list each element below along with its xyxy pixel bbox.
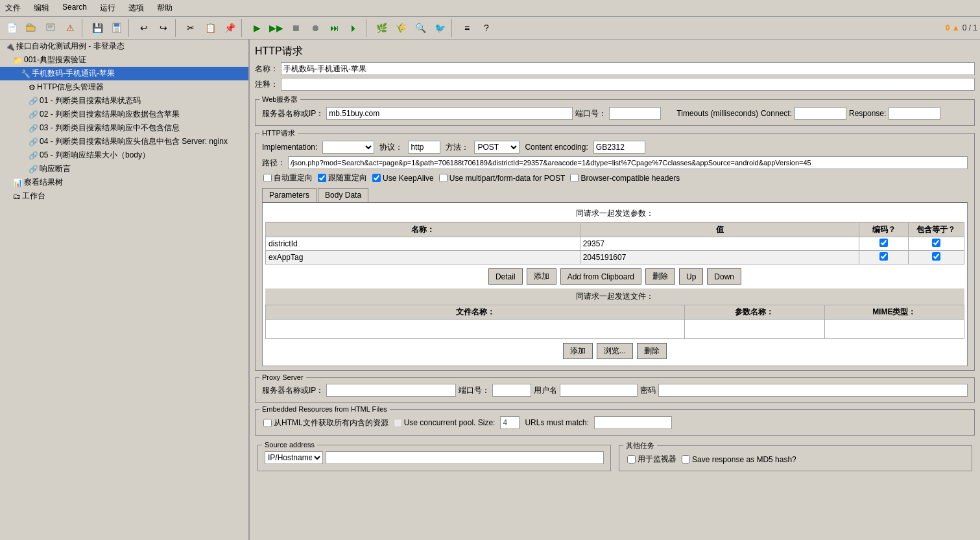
- tree-item-t05[interactable]: 🔗 05 - 判断响应结果大小（body）: [0, 148, 248, 162]
- keepalive-checkbox-label[interactable]: Use KeepAlive: [372, 174, 434, 183]
- add-clipboard-button[interactable]: Add from Clipboard: [560, 268, 641, 285]
- remote-button[interactable]: ⏵: [345, 19, 363, 37]
- monitor-checkbox[interactable]: [627, 455, 636, 464]
- tree-item-resp[interactable]: 🔗 响应断言: [0, 162, 248, 176]
- tree-item-root[interactable]: 🔌 接口自动化测试用例 - 非登录态: [0, 40, 248, 53]
- response-input[interactable]: [889, 107, 940, 120]
- play-button[interactable]: ▶: [248, 19, 266, 37]
- undo-button[interactable]: ↩: [135, 19, 153, 37]
- proxy-section: Proxy Server 服务器名称或IP： 端口号： 用户名 密码: [255, 373, 975, 403]
- md5-checkbox[interactable]: [682, 455, 690, 464]
- proxy-pass-input[interactable]: [658, 384, 968, 397]
- urls-match-input[interactable]: [594, 416, 672, 429]
- save-button[interactable]: 💾: [88, 19, 106, 37]
- keepalive-checkbox[interactable]: [372, 174, 381, 182]
- add-button[interactable]: 添加: [527, 268, 556, 285]
- proxy-user-input[interactable]: [560, 384, 638, 397]
- saveas-button[interactable]: [108, 19, 126, 37]
- protocol-label: 协议：: [379, 142, 403, 153]
- total-count: 0 / 1: [962, 23, 977, 32]
- tree-item-t04[interactable]: 🔗 04 - 判断类目搜索结果响应头信息中包含 Server: nginx: [0, 135, 248, 148]
- browser-checkbox-label[interactable]: Browser-compatible headers: [570, 174, 680, 183]
- embedded-checkbox[interactable]: [263, 419, 272, 427]
- stop2-button[interactable]: ⏺: [306, 19, 324, 37]
- encoding-input[interactable]: [593, 141, 645, 154]
- new-button[interactable]: 📄: [3, 19, 21, 37]
- param-include-cell[interactable]: [908, 251, 964, 264]
- list-button[interactable]: ≡: [458, 19, 476, 37]
- tree-item-workbench[interactable]: 🗂 工作台: [0, 189, 248, 203]
- embedded-check-label[interactable]: 从HTML文件获取所有内含的资源: [263, 417, 388, 428]
- menu-options[interactable]: 选项: [126, 1, 147, 15]
- play-all-button[interactable]: ▶▶: [267, 19, 285, 37]
- tree-item-001[interactable]: 📁 001-典型搜索验证: [0, 53, 248, 67]
- open-button[interactable]: [22, 19, 40, 37]
- wrench-icon: 🔧: [21, 69, 30, 78]
- method-select[interactable]: POST GET: [474, 141, 520, 154]
- tool3-button[interactable]: 🔍: [411, 19, 429, 37]
- tab-body[interactable]: Body Data: [318, 188, 368, 202]
- monitor-check-label[interactable]: 用于监视器: [627, 454, 676, 465]
- tree-item-mobile-label: 手机数码-手机通讯-苹果: [32, 68, 115, 79]
- browser-checkbox[interactable]: [570, 174, 579, 182]
- delete-button[interactable]: 删除: [645, 268, 675, 285]
- help-button[interactable]: ?: [477, 19, 496, 37]
- impl-select[interactable]: [322, 141, 374, 154]
- follow-checkbox[interactable]: [318, 174, 326, 182]
- warning-button[interactable]: ⚠: [61, 19, 79, 37]
- md5-check-label[interactable]: Save response as MD5 hash?: [682, 455, 796, 464]
- menu-run[interactable]: 运行: [97, 1, 118, 15]
- follow-checkbox-label[interactable]: 跟随重定向: [318, 172, 367, 183]
- add-file-button[interactable]: 添加: [563, 343, 593, 359]
- paste-button[interactable]: 📌: [221, 19, 239, 37]
- proxy-server-input[interactable]: [326, 384, 456, 397]
- tree-item-t02[interactable]: 🔗 02 - 判断类目搜索结果响应数据包含苹果: [0, 108, 248, 121]
- cut-button[interactable]: ✂: [182, 19, 200, 37]
- param-include-cell[interactable]: [908, 237, 964, 251]
- name-input[interactable]: [281, 62, 975, 75]
- proxy-port-input[interactable]: [492, 384, 531, 397]
- copy-button[interactable]: 📋: [201, 19, 219, 37]
- concurrent-checkbox[interactable]: [394, 419, 402, 427]
- tool1-button[interactable]: 🌿: [372, 19, 390, 37]
- param-encoded-cell[interactable]: [859, 251, 908, 264]
- tool4-button[interactable]: 🐦: [431, 19, 449, 37]
- tree-item-t01[interactable]: 🔗 01 - 判断类目搜索结果状态码: [0, 94, 248, 108]
- col-encoded-header: 编码？: [859, 223, 908, 237]
- port-input[interactable]: [609, 107, 661, 120]
- protocol-input[interactable]: [408, 141, 440, 154]
- delete-file-button[interactable]: 删除: [637, 343, 667, 359]
- step-button[interactable]: ⏭: [326, 19, 344, 37]
- up-button[interactable]: Up: [679, 268, 703, 285]
- concurrent-size-input[interactable]: [500, 416, 520, 429]
- server-input[interactable]: [326, 107, 573, 120]
- tree-item-mobile[interactable]: 🔧 手机数码-手机通讯-苹果: [0, 67, 248, 80]
- source-input[interactable]: [326, 451, 604, 464]
- redirect-checkbox[interactable]: [263, 174, 272, 182]
- path-input[interactable]: [288, 156, 968, 169]
- menu-edit[interactable]: 编辑: [31, 1, 52, 15]
- source-type-select[interactable]: IP/Hostname: [265, 451, 323, 464]
- tool2-button[interactable]: 🌾: [392, 19, 410, 37]
- close-button[interactable]: [42, 19, 60, 37]
- tree-item-http-mgr[interactable]: ⚙ HTTP信息头管理器: [0, 80, 248, 94]
- multipart-checkbox-label[interactable]: Use multipart/form-data for POST: [439, 174, 566, 183]
- down-button[interactable]: Down: [707, 268, 741, 285]
- redirect-checkbox-label[interactable]: 自动重定向: [263, 172, 313, 183]
- comment-input[interactable]: [281, 78, 975, 91]
- connect-input[interactable]: [795, 107, 846, 120]
- tree-item-t03[interactable]: 🔗 03 - 判断类目搜索结果响应中不包含信息: [0, 121, 248, 135]
- browse-button[interactable]: 浏览...: [597, 343, 633, 359]
- redo-button[interactable]: ↪: [154, 19, 173, 37]
- concurrent-check-label[interactable]: Use concurrent pool. Size:: [394, 418, 496, 427]
- multipart-checkbox[interactable]: [439, 174, 448, 182]
- stop-button[interactable]: ⏹: [287, 19, 305, 37]
- detail-button[interactable]: Detail: [488, 268, 523, 285]
- menu-help[interactable]: 帮助: [154, 1, 175, 15]
- menu-search[interactable]: Search: [60, 1, 90, 15]
- tree-item-result[interactable]: 📊 察看结果树: [0, 176, 248, 189]
- tabs: Parameters Body Data: [262, 188, 968, 203]
- param-encoded-cell[interactable]: [859, 237, 908, 251]
- tab-parameters[interactable]: Parameters: [262, 188, 317, 202]
- menu-file[interactable]: 文件: [3, 1, 23, 15]
